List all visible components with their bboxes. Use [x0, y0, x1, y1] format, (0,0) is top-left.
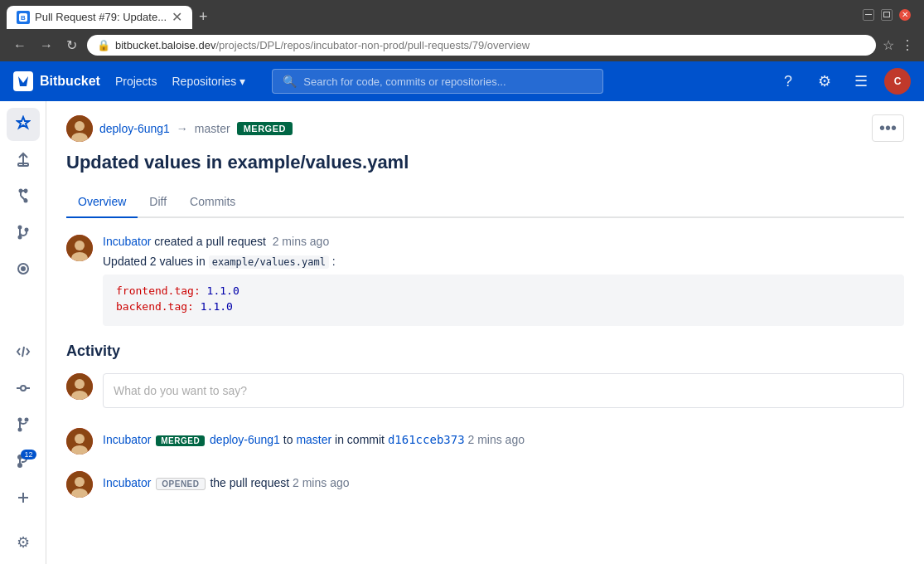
url-domain: bitbucket.baloise.dev	[115, 39, 215, 51]
sidebar-item-commits[interactable]	[7, 373, 40, 406]
code-key-2: backend.tag:	[116, 300, 194, 313]
created-body: Incubator created a pull request 2 mins …	[103, 235, 904, 326]
activity-to-text: to	[283, 433, 297, 446]
settings-button[interactable]: ⚙	[811, 68, 838, 95]
address-actions: ☆ ⋮	[883, 37, 914, 53]
source-branch: deploy-6ung1	[99, 122, 170, 135]
code-line-1: frontend.tag: 1.1.0	[116, 284, 891, 297]
created-text: Incubator created a pull request 2 mins …	[103, 235, 904, 248]
search-bar: 🔍	[272, 69, 748, 94]
help-button[interactable]: ?	[775, 68, 801, 95]
svg-point-4	[24, 189, 27, 192]
sidebar-item-fetch[interactable]	[7, 144, 40, 177]
svg-point-15	[18, 428, 21, 430]
tab-diff[interactable]: Diff	[138, 187, 178, 218]
tab-commits[interactable]: Commits	[178, 187, 247, 218]
pr-header: deploy-6ung1 → master MERGED •••	[66, 114, 904, 142]
activity-item-merged: Incubator MERGED deploy-6ung1 to master …	[66, 428, 904, 455]
sidebar-item-branches[interactable]	[7, 181, 40, 214]
activity-user-1: Incubator	[103, 433, 151, 446]
logo-text: Bitbucket	[40, 74, 100, 89]
svg-point-8	[25, 228, 27, 231]
code-line-2: backend.tag: 1.1.0	[116, 300, 891, 313]
forward-button[interactable]: →	[36, 35, 56, 56]
svg-point-3	[19, 189, 22, 192]
window-restore-button[interactable]	[881, 9, 893, 21]
repositories-label: Repositories	[172, 75, 236, 88]
bookmark-button[interactable]: ☆	[883, 37, 894, 53]
activity-body-1: Incubator MERGED deploy-6ung1 to master …	[103, 428, 904, 446]
svg-point-18	[18, 464, 22, 467]
activity-body-2: Incubator OPENED the pull request 2 mins…	[103, 471, 904, 489]
creator-name: Incubator	[103, 235, 151, 248]
code-block: frontend.tag: 1.1.0 backend.tag: 1.1.0	[103, 275, 904, 326]
tab-favicon: B	[17, 11, 30, 24]
sidebar-item-settings[interactable]: ⚙	[7, 526, 40, 559]
svg-point-11	[21, 386, 26, 391]
activity-badge-merged: MERGED	[156, 435, 205, 446]
user-avatar[interactable]: C	[884, 68, 911, 95]
svg-point-6	[18, 226, 21, 228]
notifications-icon: ☰	[854, 72, 868, 90]
more-options-button[interactable]: •••	[872, 114, 904, 142]
pr-source-avatar	[66, 115, 93, 142]
sidebar-item-branches2[interactable]	[7, 410, 40, 443]
activity-commit-link[interactable]: d161cceb373	[388, 433, 465, 446]
sidebar-item-source[interactable]	[7, 337, 40, 370]
activity-item-opened: Incubator OPENED the pull request 2 mins…	[66, 471, 904, 498]
logo[interactable]: Bitbucket	[13, 71, 100, 91]
pr-badge: 12	[21, 450, 36, 459]
activity-comment-input[interactable]: What do you want to say?	[103, 373, 904, 408]
activity-input-row: What do you want to say?	[66, 373, 904, 408]
search-input-wrap[interactable]: 🔍	[272, 69, 603, 94]
svg-point-5	[24, 199, 27, 202]
notifications-button[interactable]: ☰	[848, 68, 874, 95]
refresh-button[interactable]: ↻	[63, 34, 80, 56]
new-tab-button[interactable]: +	[192, 5, 215, 29]
activity-time-2: 2 mins ago	[293, 476, 349, 489]
merge-icon	[16, 225, 31, 244]
target-branch: master	[195, 122, 230, 135]
window-minimize-button[interactable]	[863, 9, 874, 21]
browser-tab[interactable]: B Pull Request #79: Update... ✕	[7, 6, 192, 29]
arrow-icon: →	[177, 122, 188, 135]
svg-point-21	[75, 121, 85, 131]
svg-text:B: B	[21, 14, 26, 22]
activity-time-1: 2 mins ago	[467, 433, 524, 446]
creator-avatar	[66, 235, 93, 261]
sidebar-item-merge[interactable]	[7, 217, 40, 250]
projects-link[interactable]: Projects	[114, 71, 159, 91]
search-icon: 🔍	[283, 75, 297, 88]
sidebar-item-compare[interactable]	[7, 483, 40, 516]
repositories-dropdown[interactable]: Repositories ▾	[172, 75, 245, 88]
code-val-1: 1.1.0	[207, 284, 239, 297]
url-bar[interactable]: 🔒 bitbucket.baloise.dev/projects/DPL/rep…	[87, 35, 876, 56]
watch-icon	[16, 261, 31, 280]
search-input[interactable]	[303, 75, 593, 88]
back-button[interactable]: ←	[10, 35, 30, 56]
help-icon: ?	[784, 73, 792, 90]
svg-point-24	[75, 241, 85, 250]
code-key-1: frontend.tag:	[116, 284, 201, 297]
logo-icon	[13, 71, 33, 91]
sidebar-item-watch[interactable]	[7, 254, 40, 287]
url-text: bitbucket.baloise.dev/projects/DPL/repos…	[115, 39, 530, 51]
activity-avatar-1	[66, 428, 93, 455]
branches-icon	[16, 188, 31, 207]
window-close-button[interactable]: ✕	[899, 9, 911, 21]
pr-title: Updated values in example/values.yaml	[66, 152, 904, 173]
commits-icon	[16, 381, 31, 400]
activity-user-2: Incubator	[103, 476, 151, 489]
tab-close-button[interactable]: ✕	[172, 11, 182, 24]
tab-overview[interactable]: Overview	[66, 187, 138, 218]
menu-button[interactable]: ⋮	[901, 37, 914, 53]
fetch-icon	[16, 152, 31, 171]
sidebar-item-pr[interactable]: 12	[7, 446, 40, 479]
tab-title: Pull Request #79: Update...	[35, 11, 167, 23]
svg-point-30	[75, 434, 85, 444]
activity-branch-from: deploy-6ung1	[210, 433, 280, 446]
sidebar-item-create[interactable]	[7, 108, 40, 141]
pr-branch-info: deploy-6ung1 → master MERGED	[66, 115, 293, 142]
main-navbar: Bitbucket Projects Repositories ▾ 🔍 ? ⚙ …	[0, 61, 924, 101]
desc-text-label: Updated 2 values in	[103, 255, 206, 268]
